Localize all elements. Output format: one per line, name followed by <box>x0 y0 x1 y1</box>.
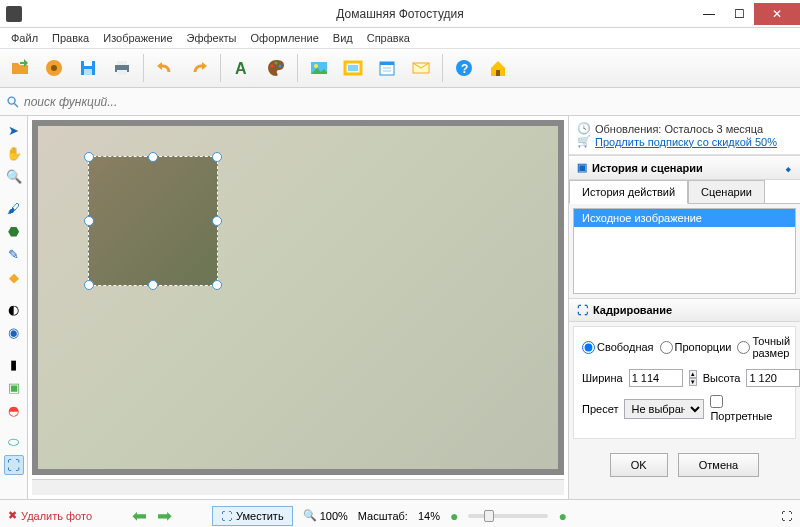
tab-scenarios[interactable]: Сценарии <box>688 180 765 203</box>
menu-image[interactable]: Изображение <box>96 30 179 46</box>
close-button[interactable]: ✕ <box>754 3 800 25</box>
menu-help[interactable]: Справка <box>360 30 417 46</box>
tool-patch[interactable]: ◓ <box>4 400 24 420</box>
next-button[interactable]: ➡ <box>157 505 172 527</box>
collapse-icon[interactable]: ⬥ <box>785 162 792 174</box>
svg-point-13 <box>314 64 318 68</box>
delete-icon: ✖ <box>8 509 17 522</box>
tool-pen[interactable]: ✎ <box>4 244 24 264</box>
mode-exact[interactable]: Точный размер <box>737 335 790 359</box>
expand-button[interactable]: ⛶ <box>781 510 792 522</box>
height-input[interactable] <box>746 369 800 387</box>
update-notice: 🕓Обновления: Осталось 3 месяца 🛒Продлить… <box>569 116 800 155</box>
tool-pointer[interactable]: ➤ <box>4 120 24 140</box>
canvas[interactable] <box>32 120 564 475</box>
cart-icon: 🛒 <box>577 135 591 148</box>
maximize-button[interactable]: ☐ <box>724 3 754 25</box>
tool-layers[interactable]: ▣ <box>4 377 24 397</box>
search-bar <box>0 88 800 116</box>
tool-zoom[interactable]: 🔍 <box>4 166 24 186</box>
menu-file[interactable]: Файл <box>4 30 45 46</box>
crop-handle-l[interactable] <box>84 216 94 226</box>
ok-button[interactable]: OK <box>610 453 668 477</box>
crop-handle-t[interactable] <box>148 152 158 162</box>
mode-prop[interactable]: Пропорции <box>660 335 732 359</box>
tool-eraser[interactable]: ⬭ <box>4 432 24 452</box>
mode-free[interactable]: Свободная <box>582 335 654 359</box>
left-toolbar: ➤ ✋ 🔍 🖌 ⬣ ✎ ◆ ◐ ◉ ▮ ▣ ◓ ⬭ ⛶ <box>0 116 28 499</box>
cancel-button[interactable]: Отмена <box>678 453 759 477</box>
svg-point-1 <box>51 65 57 71</box>
svg-rect-23 <box>496 70 500 76</box>
save-button[interactable] <box>72 52 104 84</box>
tab-history[interactable]: История действий <box>569 180 688 204</box>
menu-view[interactable]: Вид <box>326 30 360 46</box>
help-button[interactable]: ? <box>448 52 480 84</box>
prev-button[interactable]: ⬅ <box>132 505 147 527</box>
zoom-slider[interactable] <box>468 514 548 518</box>
home-button[interactable] <box>482 52 514 84</box>
clock-icon: 🕓 <box>577 122 591 135</box>
recent-button[interactable] <box>38 52 70 84</box>
calendar-button[interactable] <box>371 52 403 84</box>
svg-point-9 <box>271 65 274 68</box>
search-input[interactable] <box>20 95 794 109</box>
menu-edit[interactable]: Правка <box>45 30 96 46</box>
svg-rect-4 <box>84 69 92 75</box>
menu-bar: Файл Правка Изображение Эффекты Оформлен… <box>0 28 800 48</box>
portrait-checkbox[interactable]: Портретные <box>710 395 787 422</box>
palette-button[interactable] <box>260 52 292 84</box>
svg-point-24 <box>8 97 15 104</box>
image-button[interactable] <box>303 52 335 84</box>
menu-effects[interactable]: Эффекты <box>180 30 244 46</box>
crop-icon: ⛶ <box>577 304 588 316</box>
preset-select[interactable]: Не выбрано <box>624 399 704 419</box>
horizontal-scrollbar[interactable] <box>32 479 564 495</box>
menu-decoration[interactable]: Оформление <box>244 30 326 46</box>
right-panel: 🕓Обновления: Осталось 3 месяца 🛒Продлить… <box>568 116 800 499</box>
crop-panel-header: ⛶ Кадрирование <box>569 298 800 322</box>
zoom-in-button[interactable]: ● <box>558 508 566 524</box>
crop-handle-tl[interactable] <box>84 152 94 162</box>
crop-handle-b[interactable] <box>148 280 158 290</box>
height-label: Высота <box>703 372 741 384</box>
tool-contrast[interactable]: ◐ <box>4 299 24 319</box>
redo-button[interactable] <box>183 52 215 84</box>
tool-brush[interactable]: 🖌 <box>4 198 24 218</box>
width-input[interactable] <box>629 369 683 387</box>
svg-text:?: ? <box>461 62 468 76</box>
tool-stamp[interactable]: ⬣ <box>4 221 24 241</box>
renew-link[interactable]: Продлить подписку со скидкой 50% <box>595 136 777 148</box>
undo-button[interactable] <box>149 52 181 84</box>
tool-crop[interactable]: ⛶ <box>4 455 24 475</box>
postcard-button[interactable] <box>405 52 437 84</box>
svg-point-10 <box>275 62 278 65</box>
crop-rectangle[interactable] <box>88 156 218 286</box>
tool-hand[interactable]: ✋ <box>4 143 24 163</box>
crop-handle-bl[interactable] <box>84 280 94 290</box>
tool-shape[interactable]: ◆ <box>4 267 24 287</box>
frame-button[interactable] <box>337 52 369 84</box>
crop-handle-tr[interactable] <box>212 152 222 162</box>
tool-blur[interactable]: ◉ <box>4 322 24 342</box>
delete-photo-button[interactable]: ✖Удалить фото <box>8 509 92 522</box>
zoom-100-button[interactable]: 🔍100% <box>303 509 348 522</box>
history-item-original[interactable]: Исходное изображение <box>574 209 795 227</box>
zoom-slider-thumb[interactable] <box>484 510 494 522</box>
minimize-button[interactable]: — <box>694 3 724 25</box>
print-button[interactable] <box>106 52 138 84</box>
bottom-bar: ✖Удалить фото ⬅ ➡ ⛶Уместить 🔍100% Масшта… <box>0 499 800 527</box>
crop-handle-br[interactable] <box>212 280 222 290</box>
width-spinner[interactable]: ▲▼ <box>689 370 697 386</box>
zoom-out-button[interactable]: ● <box>450 508 458 524</box>
history-panel-header: ▣ История и сценарии ⬥ <box>569 155 800 180</box>
open-button[interactable] <box>4 52 36 84</box>
crop-handle-r[interactable] <box>212 216 222 226</box>
fit-button[interactable]: ⛶Уместить <box>212 506 293 526</box>
history-list[interactable]: Исходное изображение <box>573 208 796 294</box>
history-icon: ▣ <box>577 161 587 174</box>
tool-gradient[interactable]: ▮ <box>4 354 24 374</box>
title-bar: Домашняя Фотостудия — ☐ ✕ <box>0 0 800 28</box>
svg-rect-6 <box>117 61 127 65</box>
text-button[interactable]: A <box>226 52 258 84</box>
